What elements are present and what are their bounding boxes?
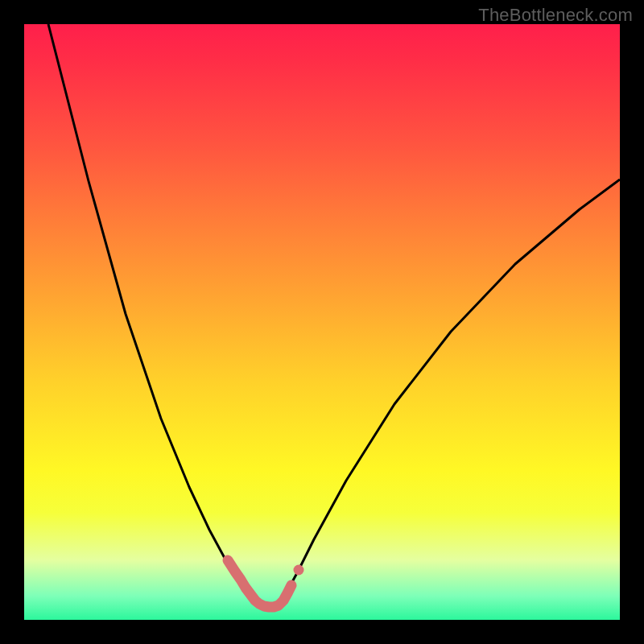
plot-area: [24, 24, 620, 620]
chart-svg: [24, 24, 620, 620]
watermark-text: TheBottleneck.com: [478, 5, 633, 26]
chart-frame: TheBottleneck.com: [0, 0, 644, 644]
series-bottom-accent-pink: [228, 560, 291, 607]
series-group: [48, 24, 620, 609]
series-left-curve-black: [48, 24, 259, 602]
series-right-curve-black: [283, 180, 620, 602]
